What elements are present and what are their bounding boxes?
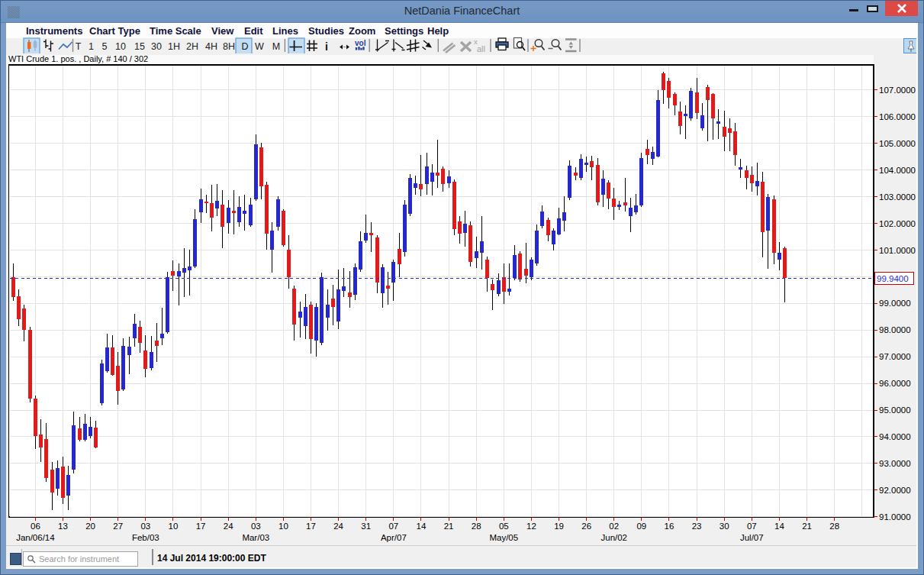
- svg-text:4H: 4H: [205, 41, 217, 52]
- svg-text:97.0000: 97.0000: [879, 352, 911, 361]
- svg-text:T: T: [76, 41, 82, 52]
- svg-text:99.0000: 99.0000: [879, 299, 911, 308]
- svg-text:101.0000: 101.0000: [879, 246, 916, 255]
- svg-text:Mar/03: Mar/03: [242, 533, 269, 542]
- svg-text:98.0000: 98.0000: [879, 325, 911, 334]
- svg-text:104.0000: 104.0000: [879, 166, 916, 175]
- svg-text:05: 05: [499, 522, 509, 531]
- svg-text:5: 5: [102, 41, 108, 52]
- svg-text:Jan/06/14: Jan/06/14: [16, 533, 55, 542]
- svg-text:M: M: [272, 41, 280, 52]
- svg-text:06: 06: [31, 522, 40, 531]
- svg-text:17: 17: [196, 522, 206, 531]
- svg-text:i: i: [325, 40, 328, 53]
- svg-text:28: 28: [829, 522, 839, 531]
- svg-text:107.0000: 107.0000: [879, 86, 916, 95]
- svg-text:21: 21: [802, 522, 812, 531]
- svg-text:10: 10: [115, 41, 126, 52]
- svg-text:96.0000: 96.0000: [879, 379, 911, 388]
- svg-text:W: W: [255, 41, 264, 52]
- svg-text:103.0000: 103.0000: [879, 192, 916, 202]
- svg-text:93.0000: 93.0000: [879, 459, 911, 468]
- svg-text:26: 26: [581, 522, 591, 531]
- svg-text:91.0000: 91.0000: [879, 512, 911, 522]
- svg-text:D: D: [241, 41, 248, 52]
- svg-text:1: 1: [89, 41, 94, 52]
- svg-text:30: 30: [720, 522, 729, 531]
- svg-text:27: 27: [113, 522, 123, 531]
- svg-text:Jul/07: Jul/07: [740, 533, 764, 542]
- svg-text:14: 14: [774, 522, 784, 531]
- svg-text:17: 17: [306, 522, 316, 531]
- svg-text:8H: 8H: [223, 41, 235, 52]
- svg-text:102.0000: 102.0000: [879, 219, 916, 228]
- svg-text:21: 21: [444, 522, 454, 531]
- svg-text:24: 24: [224, 522, 233, 531]
- svg-text:92.0000: 92.0000: [879, 486, 911, 495]
- svg-text:95.0000: 95.0000: [879, 405, 911, 415]
- svg-text:WTI Crude 1. pos. , Daily, # 1: WTI Crude 1. pos. , Daily, # 140 / 302: [8, 54, 148, 63]
- svg-text:23: 23: [692, 522, 702, 531]
- svg-text:14: 14: [417, 522, 427, 531]
- svg-text:28: 28: [472, 522, 481, 531]
- svg-text:19: 19: [554, 522, 564, 531]
- svg-text:20: 20: [85, 522, 95, 531]
- svg-text:07: 07: [388, 522, 398, 531]
- svg-text:Jun/02: Jun/02: [600, 533, 627, 542]
- svg-text:10: 10: [169, 522, 179, 531]
- svg-text:03: 03: [140, 522, 150, 531]
- svg-text:106.0000: 106.0000: [879, 112, 916, 121]
- svg-text:2H: 2H: [186, 41, 198, 52]
- svg-text:all: all: [477, 44, 485, 53]
- svg-text:03: 03: [251, 522, 261, 531]
- svg-text:24: 24: [333, 522, 343, 531]
- svg-text:105.0000: 105.0000: [879, 139, 916, 148]
- svg-text:99.9400: 99.9400: [877, 274, 909, 283]
- svg-text:16: 16: [665, 522, 674, 531]
- svg-text:30: 30: [151, 41, 162, 52]
- svg-text:12: 12: [526, 522, 536, 531]
- svg-text:13: 13: [58, 522, 68, 531]
- svg-text:Feb/03: Feb/03: [132, 533, 159, 542]
- svg-text:10: 10: [278, 522, 288, 531]
- svg-text:02: 02: [609, 522, 619, 531]
- svg-text:May/05: May/05: [489, 533, 518, 542]
- svg-text:Apr/07: Apr/07: [381, 533, 407, 542]
- svg-text:vol: vol: [355, 39, 366, 47]
- svg-text:09: 09: [636, 522, 646, 531]
- svg-text:15: 15: [134, 41, 145, 52]
- svg-text:07: 07: [747, 522, 757, 531]
- svg-text:94.0000: 94.0000: [879, 432, 911, 441]
- svg-text:1H: 1H: [168, 41, 180, 52]
- svg-text:31: 31: [361, 522, 371, 531]
